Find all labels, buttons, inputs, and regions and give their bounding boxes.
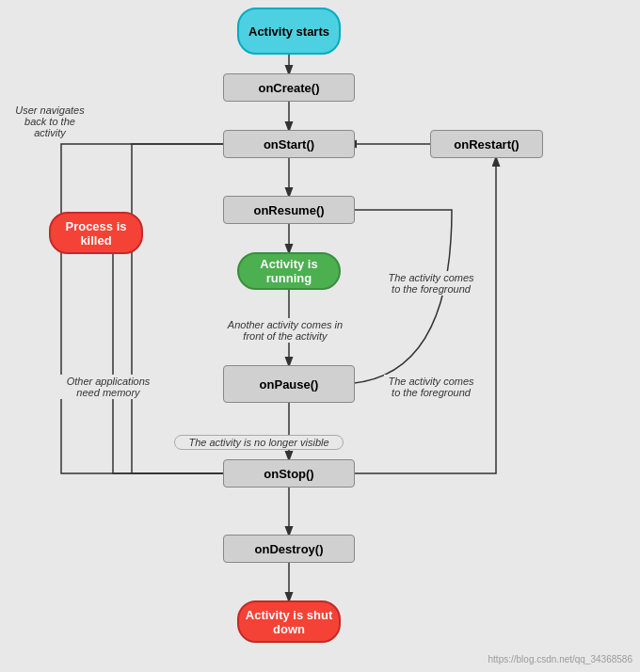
activity-shutdown-node: Activity is shut down <box>237 600 341 643</box>
user-navigates-label: User navigates back to the activity <box>8 104 92 139</box>
process-killed-node: Process is killed <box>49 212 143 254</box>
diagram: Activity starts onCreate() onStart() onR… <box>0 0 640 672</box>
activity-starts-node: Activity starts <box>237 8 341 55</box>
activity-running-node: Activity is running <box>237 252 341 290</box>
no-longer-visible-label: The activity is no longer visible <box>174 435 344 450</box>
on-start-node: onStart() <box>223 130 355 158</box>
watermark: https://blog.csdn.net/qq_34368586 <box>488 654 632 664</box>
on-resume-node: onResume() <box>223 196 355 224</box>
on-pause-node: onPause() <box>223 365 355 403</box>
on-create-node: onCreate() <box>223 73 355 102</box>
on-destroy-node: onDestroy() <box>223 535 355 563</box>
another-activity-label: Another activity comes in front of the a… <box>215 318 356 343</box>
other-apps-memory-label: Other applications need memory <box>56 375 160 399</box>
on-restart-node: onRestart() <box>430 130 543 158</box>
activity-foreground1-label: The activity comes to the foreground <box>384 271 478 296</box>
on-stop-node: onStop() <box>223 459 355 488</box>
activity-foreground2-label: The activity comes to the foreground <box>384 375 478 399</box>
